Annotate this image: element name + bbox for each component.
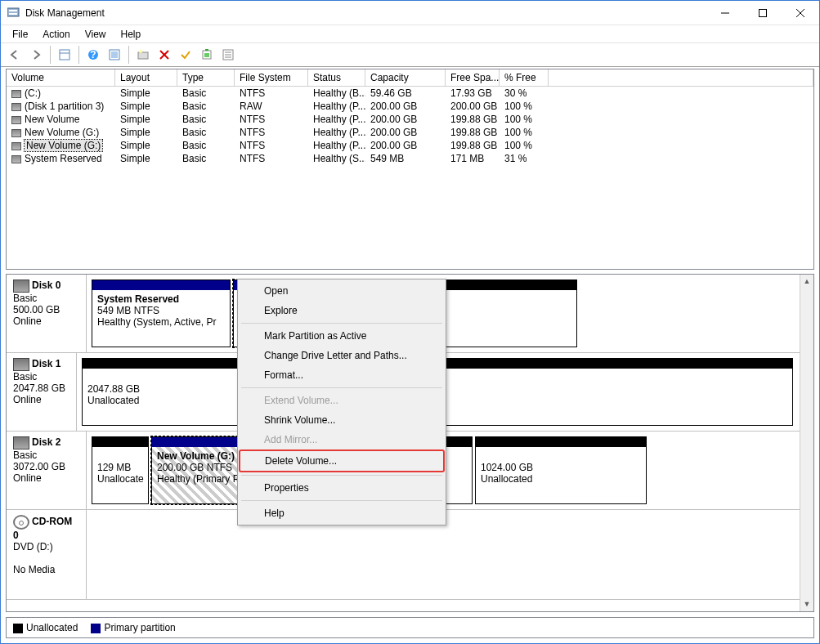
app-icon — [7, 7, 20, 20]
table-row[interactable]: (C:)SimpleBasicNTFSHealthy (B...59.46 GB… — [7, 87, 813, 100]
scroll-down-icon[interactable]: ▼ — [800, 597, 813, 611]
col-spacer — [549, 69, 813, 86]
table-row[interactable]: New VolumeSimpleBasicNTFSHealthy (P...20… — [7, 113, 813, 126]
svg-rect-12 — [111, 51, 118, 58]
menu-view[interactable]: View — [78, 27, 113, 42]
svg-rect-2 — [9, 13, 17, 15]
disk-info: Disk 0Basic500.00 GBOnline — [7, 275, 87, 352]
context-menu: Open Explore Mark Partition as Active Ch… — [237, 279, 446, 525]
ctx-properties[interactable]: Properties — [240, 478, 444, 498]
ctx-extend: Extend Volume... — [240, 391, 444, 410]
col-volume[interactable]: Volume — [7, 69, 115, 86]
svg-point-14 — [139, 50, 142, 53]
svg-text:?: ? — [90, 49, 96, 60]
menubar: File Action View Help — [1, 25, 819, 43]
ctx-shrink[interactable]: Shrink Volume... — [240, 410, 444, 430]
legend-primary: Primary partition — [91, 622, 175, 633]
minimize-button[interactable] — [706, 1, 744, 25]
menu-action[interactable]: Action — [36, 27, 76, 42]
col-type[interactable]: Type — [177, 69, 235, 86]
legend: Unallocated Primary partition — [6, 617, 814, 638]
table-row[interactable]: System ReservedSimpleBasicNTFSHealthy (S… — [7, 152, 813, 165]
properties-icon[interactable] — [219, 46, 237, 64]
table-row[interactable]: (Disk 1 partition 3)SimpleBasicRAWHealth… — [7, 100, 813, 113]
titlebar: Disk Management — [1, 1, 819, 25]
close-button[interactable] — [782, 1, 819, 25]
delete-icon[interactable] — [155, 46, 173, 64]
rescan-icon[interactable] — [198, 46, 216, 64]
table-row[interactable]: New Volume (G:)SimpleBasicNTFSHealthy (P… — [7, 139, 813, 152]
col-status[interactable]: Status — [308, 69, 365, 86]
ctx-change-letter[interactable]: Change Drive Letter and Paths... — [240, 346, 444, 365]
col-layout[interactable]: Layout — [115, 69, 177, 86]
disk-info: Disk 1Basic2047.88 GBOnline — [7, 353, 77, 431]
svg-rect-18 — [204, 53, 209, 57]
table-row[interactable]: New Volume (G:)SimpleBasicNTFSHealthy (P… — [7, 126, 813, 139]
disk-info: CD-ROM 0DVD (D:)No Media — [7, 510, 87, 599]
scroll-up-icon[interactable]: ▲ — [800, 275, 813, 288]
ctx-format[interactable]: Format... — [240, 365, 444, 385]
ctx-help[interactable]: Help — [240, 503, 444, 523]
maximize-button[interactable] — [744, 1, 782, 25]
back-button[interactable] — [6, 46, 24, 64]
volume-list[interactable]: Volume Layout Type File System Status Ca… — [6, 69, 814, 270]
help-icon[interactable]: ? — [84, 46, 102, 64]
ctx-mark-active[interactable]: Mark Partition as Active — [240, 326, 444, 346]
scrollbar[interactable]: ▲ ▼ — [800, 275, 813, 611]
menu-help[interactable]: Help — [114, 27, 148, 42]
toolbar: ? — [1, 43, 819, 67]
ctx-delete-volume[interactable]: Delete Volume... — [239, 449, 445, 472]
menu-file[interactable]: File — [6, 27, 34, 42]
partition[interactable]: System Reserved549 MB NTFSHealthy (Syste… — [92, 280, 231, 347]
svg-rect-0 — [7, 8, 19, 16]
partition[interactable]: 129 MBUnallocate — [92, 436, 149, 504]
partition[interactable]: 1024.00 GBUnallocated — [475, 436, 647, 504]
volume-list-header: Volume Layout Type File System Status Ca… — [7, 69, 813, 87]
col-filesystem[interactable]: File System — [235, 69, 308, 86]
ctx-open[interactable]: Open — [240, 281, 444, 301]
show-hide-button[interactable] — [56, 46, 74, 64]
ctx-add-mirror: Add Mirror... — [240, 430, 444, 449]
col-pct-free[interactable]: % Free — [500, 69, 549, 86]
disk-info: Disk 2Basic3072.00 GBOnline — [7, 432, 87, 509]
refresh-icon[interactable] — [105, 46, 123, 64]
col-free[interactable]: Free Spa... — [446, 69, 500, 86]
forward-button[interactable] — [27, 46, 45, 64]
col-capacity[interactable]: Capacity — [365, 69, 446, 86]
svg-rect-13 — [138, 52, 148, 59]
svg-rect-7 — [60, 50, 69, 60]
ctx-explore[interactable]: Explore — [240, 301, 444, 320]
svg-rect-4 — [760, 9, 767, 16]
settings-icon[interactable] — [134, 46, 152, 64]
legend-unallocated: Unallocated — [13, 622, 78, 633]
check-icon[interactable] — [177, 46, 195, 64]
window-title: Disk Management — [25, 7, 105, 19]
svg-rect-1 — [9, 10, 17, 11]
